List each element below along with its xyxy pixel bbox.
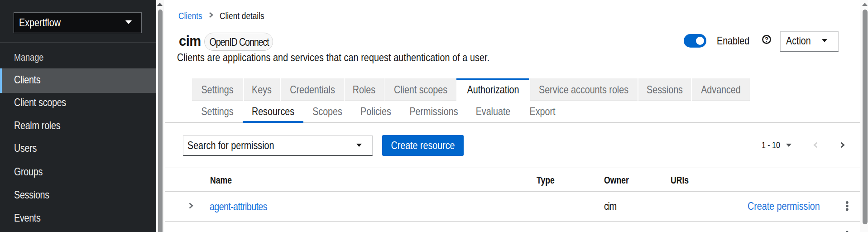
svg-text:?: ? [764, 36, 768, 43]
